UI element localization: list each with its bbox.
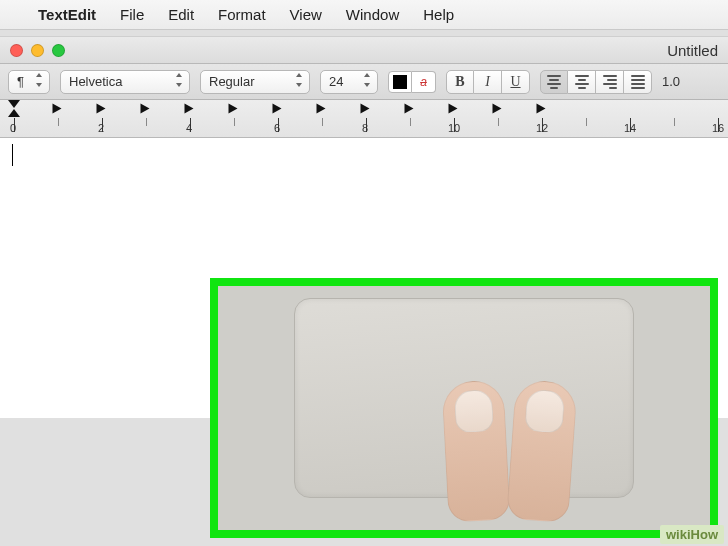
menu-edit[interactable]: Edit (168, 6, 194, 23)
text-style-segment: B I U (446, 70, 530, 94)
window-titlebar: Untitled (0, 36, 728, 64)
trackpad-photo-overlay (210, 278, 718, 538)
tab-stop[interactable] (405, 104, 414, 114)
bold-button[interactable]: B (446, 70, 474, 94)
ruler-label: 16 (712, 122, 724, 134)
align-right-button[interactable] (596, 70, 624, 94)
ruler-label: 0 (10, 122, 16, 134)
window-fullscreen-button[interactable] (52, 44, 65, 57)
italic-button[interactable]: I (474, 70, 502, 94)
menu-window[interactable]: Window (346, 6, 399, 23)
ruler-label: 4 (186, 122, 192, 134)
ruler-label: 14 (624, 122, 636, 134)
finger (441, 379, 510, 522)
ruler-label: 12 (536, 122, 548, 134)
tab-stop[interactable] (229, 104, 238, 114)
text-color-button[interactable] (388, 71, 412, 93)
chevron-updown-icon (295, 73, 303, 90)
font-style-label: Regular (209, 74, 255, 89)
paragraph-style-select[interactable]: ¶ (8, 70, 50, 94)
tab-stop[interactable] (53, 104, 62, 114)
pilcrow-icon: ¶ (17, 74, 24, 89)
text-color-controls: a (388, 71, 436, 93)
align-left-button[interactable] (540, 70, 568, 94)
fingernail (454, 389, 494, 433)
chevron-updown-icon (175, 73, 183, 90)
font-style-select[interactable]: Regular (200, 70, 310, 94)
menu-format[interactable]: Format (218, 6, 266, 23)
ruler-label: 2 (98, 122, 104, 134)
tab-stop[interactable] (141, 104, 150, 114)
window-close-button[interactable] (10, 44, 23, 57)
ruler-label: 10 (448, 122, 460, 134)
align-justify-icon (631, 75, 645, 89)
trackpad-surface (294, 298, 634, 498)
mac-menubar: TextEdit File Edit Format View Window He… (0, 0, 728, 30)
align-left-icon (547, 75, 561, 89)
window-title: Untitled (667, 42, 718, 59)
tab-stops-row (0, 104, 728, 116)
underline-button[interactable]: U (502, 70, 530, 94)
color-swatch-icon (393, 75, 407, 89)
ruler-label: 8 (362, 122, 368, 134)
tab-stop[interactable] (449, 104, 458, 114)
tab-stop[interactable] (97, 104, 106, 114)
tab-stop[interactable] (361, 104, 370, 114)
format-toolbar: ¶ Helvetica Regular 24 (0, 64, 728, 100)
tab-stop[interactable] (493, 104, 502, 114)
highlight-color-button[interactable]: a (412, 71, 436, 93)
text-cursor (12, 144, 13, 166)
highlight-a-icon: a (420, 75, 427, 89)
tab-stop[interactable] (273, 104, 282, 114)
wikihow-watermark: wikiHow (660, 525, 724, 544)
align-center-button[interactable] (568, 70, 596, 94)
window-minimize-button[interactable] (31, 44, 44, 57)
menu-file[interactable]: File (120, 6, 144, 23)
font-family-select[interactable]: Helvetica (60, 70, 190, 94)
app-menu[interactable]: TextEdit (38, 6, 96, 23)
finger (506, 379, 578, 523)
align-center-icon (575, 75, 589, 89)
font-size-select[interactable]: 24 (320, 70, 378, 94)
chevron-updown-icon (363, 73, 371, 90)
menu-view[interactable]: View (290, 6, 322, 23)
align-justify-button[interactable] (624, 70, 652, 94)
tab-stop[interactable] (537, 104, 546, 114)
line-spacing-value[interactable]: 1.0 (662, 74, 680, 89)
tab-stop[interactable] (185, 104, 194, 114)
text-align-segment (540, 70, 652, 94)
font-size-label: 24 (329, 74, 343, 89)
fingernail (524, 389, 565, 434)
menu-help[interactable]: Help (423, 6, 454, 23)
window-traffic-lights (10, 44, 65, 57)
align-right-icon (603, 75, 617, 89)
document-ruler[interactable]: 0 2 4 6 8 10 12 14 16 (0, 100, 728, 138)
tab-stop[interactable] (317, 104, 326, 114)
ruler-label: 6 (274, 122, 280, 134)
chevron-updown-icon (35, 73, 43, 90)
font-family-label: Helvetica (69, 74, 122, 89)
